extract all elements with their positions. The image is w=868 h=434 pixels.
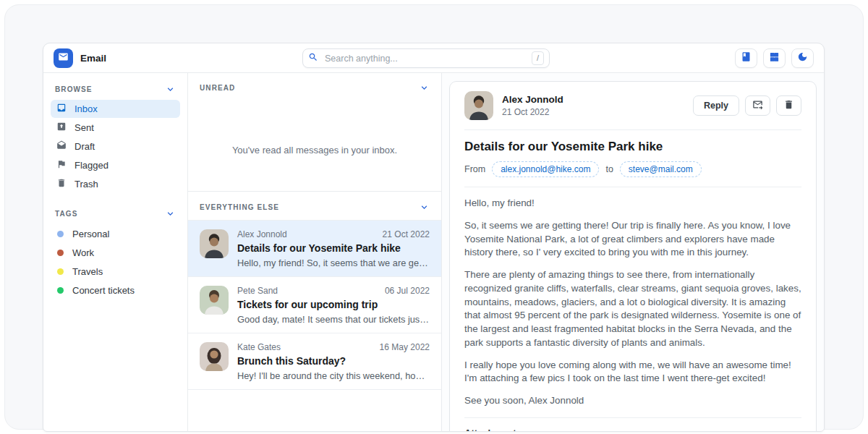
divider [464, 187, 801, 187]
email-paragraph: So, it seems we are getting there! Our t… [464, 219, 801, 260]
sidebar-item-label: Trash [75, 179, 98, 190]
mail-item-date: 06 Jul 2022 [385, 286, 430, 296]
book-icon [741, 51, 752, 65]
tag-dot [57, 250, 64, 256]
from-address-chip[interactable]: alex.jonnold@hike.com [492, 161, 599, 177]
avatar [200, 286, 229, 315]
apps-grid-icon [769, 51, 780, 65]
tags-label: TAGS [55, 210, 77, 218]
dark-mode-toggle[interactable] [791, 48, 814, 68]
mail-item-date: 21 Oct 2022 [383, 229, 430, 239]
chevron-down-icon[interactable] [165, 84, 176, 95]
mail-item-sender: Kate Gates [237, 342, 281, 352]
chevron-down-icon[interactable] [165, 208, 176, 219]
browse-label: BROWSE [55, 85, 93, 93]
unread-section-header: UNREAD [188, 73, 441, 99]
tags-section-header: TAGS [51, 205, 180, 224]
reply-button[interactable]: Reply [693, 95, 739, 116]
email-body: Hello, my friend! So, it seems we are ge… [464, 197, 801, 408]
chevron-down-icon[interactable] [419, 202, 430, 213]
tag-item-work[interactable]: Work [51, 243, 180, 262]
delete-email-button[interactable] [776, 95, 801, 116]
sender-name: Alex Jonnold [502, 94, 563, 105]
dark-mode-icon [797, 51, 808, 65]
email-app-logo [54, 48, 73, 68]
avatar [464, 91, 493, 120]
mail-item-title: Brunch this Saturday? [237, 355, 430, 367]
forward-to-inbox-icon [752, 99, 763, 113]
trash-icon [56, 178, 67, 190]
sidebar-item-sent[interactable]: Sent [51, 119, 180, 137]
everything-else-header: EVERYTHING ELSE [188, 192, 441, 220]
search-bar[interactable]: / [302, 48, 550, 68]
mail-item-body: Kate Gates 16 May 2022 Brunch this Satur… [237, 342, 430, 381]
mail-item-preview: Hey! I'll be around the city this weeken… [237, 370, 430, 381]
mail-list-item-alex[interactable]: Alex Jonnold 21 Oct 2022 Details for our… [188, 220, 441, 277]
chevron-down-icon[interactable] [419, 82, 430, 93]
to-address-chip[interactable]: steve@mail.com [620, 161, 702, 177]
everything-else-label: EVERYTHING ELSE [200, 203, 279, 211]
avatar [200, 229, 229, 258]
trash-icon [783, 99, 794, 113]
sidebar-item-label: Inbox [75, 103, 98, 114]
from-label: From [464, 164, 485, 174]
search-input[interactable] [323, 53, 532, 64]
tag-label: Personal [72, 229, 109, 239]
tag-item-travels[interactable]: Travels [51, 262, 180, 281]
sidebar-item-inbox[interactable]: Inbox [51, 100, 180, 118]
search-icon [308, 52, 323, 65]
apps-grid-button[interactable] [763, 48, 786, 68]
avatar [200, 342, 229, 371]
tag-dot [57, 231, 64, 237]
sidebar-item-label: Sent [75, 122, 94, 133]
mail-item-title: Details for our Yosemite Park hike [237, 242, 430, 254]
browse-section-header: BROWSE [51, 80, 180, 100]
email-paragraph: I really hope you love coming along with… [464, 359, 801, 386]
mail-item-body: Alex Jonnold 21 Oct 2022 Details for our… [237, 229, 430, 268]
flag-icon [56, 159, 67, 171]
divider [464, 417, 801, 418]
tag-item-personal[interactable]: Personal [51, 224, 180, 243]
sidebar-item-draft[interactable]: Draft [51, 137, 180, 156]
send-icon [56, 122, 67, 134]
book-button[interactable] [735, 48, 757, 68]
email-paragraph: See you soon, Alex Jonnold [464, 394, 801, 408]
mail-list-item-kate[interactable]: Kate Gates 16 May 2022 Brunch this Satur… [188, 333, 441, 390]
email-view-pane: Alex Jonnold 21 Oct 2022 Reply [442, 73, 824, 431]
forward-to-inbox-button[interactable] [745, 95, 770, 116]
mail-item-preview: Hello, my friend! So, it seems that we a… [237, 258, 430, 268]
tags-section: TAGS Personal Work Travels [51, 205, 180, 299]
email-header: Alex Jonnold 21 Oct 2022 Reply [464, 91, 801, 120]
mail-item-date: 16 May 2022 [380, 342, 430, 352]
app-title: Email [80, 53, 106, 64]
attachments-label: Attachments [464, 427, 801, 432]
inbox-icon [56, 103, 67, 115]
mail-item-title: Tickets for our upcoming trip [237, 299, 430, 310]
mail-list-item-pete[interactable]: Pete Sand 06 Jul 2022 Tickets for our up… [188, 277, 441, 333]
mail-item-body: Pete Sand 06 Jul 2022 Tickets for our up… [237, 286, 430, 325]
sidebar-item-trash[interactable]: Trash [51, 175, 180, 193]
tag-label: Travels [72, 266, 103, 277]
email-subject: Details for our Yosemite Park hike [464, 140, 801, 154]
sender-block: Alex Jonnold 21 Oct 2022 [502, 94, 563, 117]
unread-section: UNREAD You've read all messages in your … [188, 73, 441, 192]
tag-item-concert-tickets[interactable]: Concert tickets [51, 281, 180, 299]
mail-item-preview: Good day, mate! It seems that our ticket… [237, 314, 430, 325]
mail-item-sender: Pete Sand [237, 286, 278, 296]
email-actions: Reply [693, 95, 801, 116]
unread-empty-message: You've read all messages in your inbox. [188, 99, 441, 191]
email-app-window: Email / [43, 43, 825, 432]
sidebar-item-label: Draft [75, 141, 95, 152]
unread-label: UNREAD [200, 84, 235, 92]
sidebar: BROWSE Inbox Sent [43, 73, 188, 431]
tag-dot [57, 287, 64, 294]
tag-label: Concert tickets [72, 285, 135, 296]
email-date: 21 Oct 2022 [502, 107, 563, 117]
app-body: BROWSE Inbox Sent [43, 73, 824, 431]
mail-list-column: UNREAD You've read all messages in your … [188, 73, 442, 431]
top-actions [735, 48, 814, 68]
email-paragraph: There are plenty of amazing things to se… [464, 268, 801, 350]
sidebar-item-label: Flagged [75, 160, 109, 171]
sidebar-item-flagged[interactable]: Flagged [51, 156, 180, 174]
divider [464, 129, 801, 130]
